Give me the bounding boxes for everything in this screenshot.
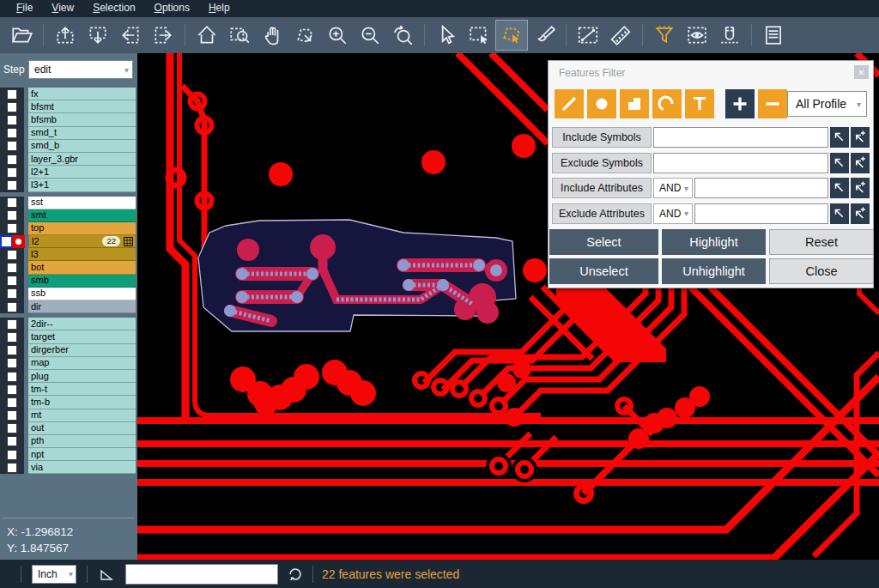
filter-row-label[interactable]: Exclude Attributes [552, 203, 652, 224]
pick-arrow-button[interactable] [830, 153, 849, 173]
layer-checkbox[interactable] [0, 100, 24, 113]
layer-row-out[interactable]: out [0, 422, 137, 435]
layer-row-smb[interactable]: smb [0, 275, 137, 288]
step-select[interactable]: edit▾ [28, 60, 133, 79]
pick-arrow-button[interactable] [830, 178, 849, 198]
filter-input[interactable] [694, 203, 828, 224]
pick-arrow-plus-button[interactable] [851, 203, 870, 224]
layer-checkbox[interactable] [0, 288, 24, 300]
layer-checkbox[interactable] [0, 318, 24, 330]
move-up-button[interactable] [49, 20, 82, 51]
layer-row-smd_b[interactable]: smd_b [0, 140, 137, 153]
layer-row-dirgerber[interactable]: dirgerber [0, 344, 137, 357]
layer-row-npt[interactable]: npt [0, 448, 137, 461]
layer-checkbox[interactable] [0, 261, 24, 274]
layer-checkbox[interactable] [0, 179, 24, 191]
layer-row-map[interactable]: map [0, 357, 137, 370]
menu-help[interactable]: Help [199, 2, 239, 15]
layer-row-bot[interactable]: bot [0, 261, 137, 274]
filter-input[interactable] [694, 178, 828, 198]
pick-arrow-plus-button[interactable] [851, 153, 870, 173]
clean-brush-button[interactable] [528, 20, 561, 51]
layer-row-bfsmb[interactable]: bfsmb [0, 113, 137, 126]
layer-checkbox[interactable] [0, 127, 24, 140]
feature-surface-button[interactable] [620, 89, 649, 118]
feature-pad-button[interactable] [587, 89, 616, 118]
layer-row-fx[interactable]: fx [0, 88, 137, 100]
pick-arrow-button[interactable] [830, 127, 849, 148]
measure-ruler-button[interactable] [604, 20, 637, 51]
mode-plus-button[interactable] [725, 89, 755, 118]
zoom-polygon-button[interactable] [288, 20, 321, 51]
layer-row-via[interactable]: via [0, 461, 137, 474]
layers-panel-button[interactable] [757, 20, 790, 51]
pick-arrow-plus-button[interactable] [851, 127, 870, 148]
menu-view[interactable]: View [42, 2, 83, 15]
layer-row-2dir--[interactable]: 2dir-- [0, 318, 137, 330]
unit-select[interactable]: Inch▾ [32, 565, 76, 584]
unhighlight-button[interactable]: Unhighlight [662, 258, 766, 284]
menu-file[interactable]: File [7, 2, 42, 15]
layer-checkbox[interactable] [0, 235, 12, 248]
highlight-button[interactable]: Highlight [662, 229, 766, 255]
layer-checkbox[interactable] [0, 461, 24, 474]
filter-row-label[interactable]: Include Attributes [552, 178, 652, 198]
unselect-button[interactable]: Unselect [549, 258, 658, 284]
layer-row-pth[interactable]: pth [0, 435, 137, 448]
measure-distance-button[interactable] [572, 20, 604, 51]
layer-checkbox[interactable] [0, 153, 24, 166]
feature-line-button[interactable] [555, 89, 584, 118]
move-left-button[interactable] [114, 20, 147, 51]
layer-checkbox[interactable] [0, 435, 24, 448]
layer-checkbox[interactable] [0, 344, 24, 357]
filter-row-label[interactable]: Include Symbols [552, 127, 652, 148]
sync-icon[interactable] [287, 566, 304, 583]
select-cursor-button[interactable] [430, 20, 463, 51]
layer-row-l2+1[interactable]: l2+1 [0, 166, 137, 179]
pick-arrow-button[interactable] [830, 203, 849, 224]
layer-checkbox[interactable] [0, 222, 24, 235]
zoom-previous-button[interactable] [386, 20, 419, 51]
layer-checkbox[interactable] [0, 248, 24, 261]
layer-row-smt[interactable]: smt [0, 209, 137, 222]
layer-checkbox[interactable] [0, 383, 24, 396]
layer-checkbox[interactable] [0, 300, 24, 313]
layer-checkbox[interactable] [0, 357, 24, 370]
layer-row-l3[interactable]: l3 [0, 248, 137, 261]
move-right-button[interactable] [147, 20, 179, 51]
pick-arrow-plus-button[interactable] [851, 178, 870, 198]
feature-arc-button[interactable] [652, 89, 682, 118]
profile-select[interactable]: All Profile▾ [787, 91, 867, 117]
select-button[interactable]: Select [549, 229, 658, 255]
layer-checkbox[interactable] [0, 330, 24, 343]
feature-text-button[interactable] [685, 89, 714, 118]
layer-row-l3+1[interactable]: l3+1 [0, 179, 137, 191]
zoom-in-button[interactable] [321, 20, 354, 51]
layer-checkbox[interactable] [0, 275, 24, 288]
close-button[interactable]: Close [769, 258, 874, 284]
layer-row-tm-b[interactable]: tm-b [0, 396, 137, 409]
features-filter-button[interactable] [648, 20, 681, 51]
layer-checkbox[interactable] [0, 140, 24, 153]
layer-row-ssb[interactable]: ssb [0, 288, 137, 300]
layer-checkbox[interactable] [0, 396, 24, 409]
filter-input[interactable] [653, 153, 828, 173]
layer-row-top[interactable]: top [0, 222, 137, 235]
layer-checkbox[interactable] [0, 166, 24, 179]
layer-row-smd_t[interactable]: smd_t [0, 127, 137, 140]
zoom-window-button[interactable] [223, 20, 256, 51]
pan-hand-button[interactable] [256, 20, 288, 51]
layer-row-layer_3.gbr[interactable]: layer_3.gbr [0, 153, 137, 166]
angle-icon[interactable] [98, 566, 115, 583]
layer-checkbox[interactable] [0, 409, 24, 422]
layer-row-sst[interactable]: sst [0, 197, 137, 209]
select-rectangle-button[interactable] [463, 20, 495, 51]
menu-selection[interactable]: Selection [83, 2, 144, 15]
layer-row-dir[interactable]: dir [0, 300, 137, 313]
layer-row-bfsmt[interactable]: bfsmt [0, 100, 137, 113]
layer-checkbox[interactable] [0, 197, 24, 209]
zoom-out-button[interactable] [354, 20, 386, 51]
home-view-button[interactable] [191, 20, 223, 51]
layer-row-tm-t[interactable]: tm-t [0, 383, 137, 396]
close-icon[interactable]: ✕ [854, 65, 869, 79]
